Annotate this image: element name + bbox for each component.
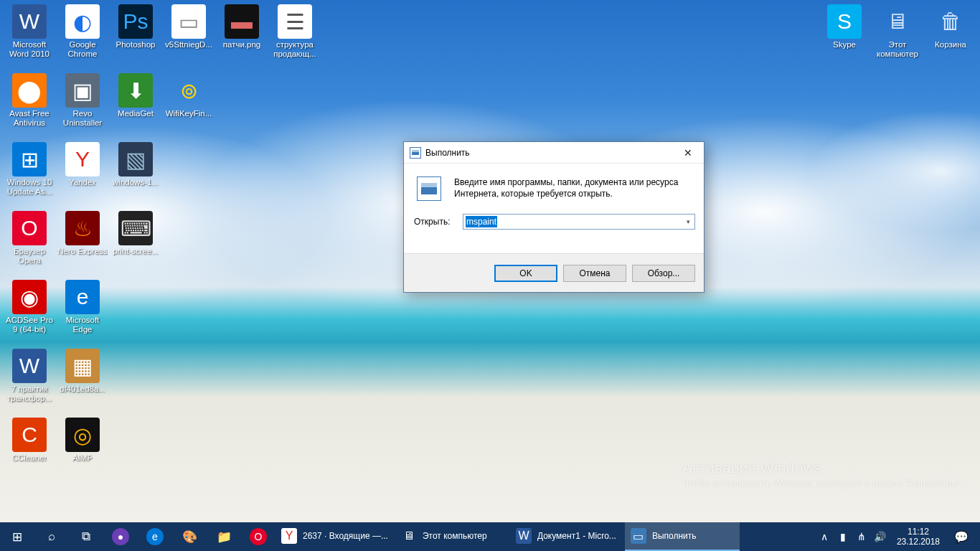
taskbar-paint-button[interactable]: 🎨 xyxy=(172,522,207,551)
opera-icon: O xyxy=(12,211,47,245)
taskbar-task-word-doc[interactable]: WДокумент1 - Micro... xyxy=(510,522,625,551)
open-dropdown-button[interactable]: ▾ xyxy=(682,215,694,229)
wifi-icon[interactable]: ⋔ xyxy=(852,522,871,551)
browse-button[interactable]: Обзор... xyxy=(632,265,695,282)
chevron-down-icon: ▾ xyxy=(687,218,690,225)
open-input[interactable] xyxy=(463,214,695,230)
doc7praktik-icon: W xyxy=(12,349,47,383)
desktop-icon-mediaget[interactable]: ⬇MediaGet xyxy=(109,72,162,141)
desktop-icon-label: Google Chrome xyxy=(57,40,108,59)
open-label: Открыть: xyxy=(413,217,463,227)
desktop-icon-label: ACDSee Pro 9 (64-bit) xyxy=(4,316,55,334)
printscreen-icon: ⌨ xyxy=(118,211,153,245)
desktop-icon-label: Microsoft Word 2010 xyxy=(4,40,55,59)
run-title: Выполнить xyxy=(425,148,470,158)
desktop-icon-yandex[interactable]: YYandex xyxy=(56,141,109,209)
desktop-icon-acdsee[interactable]: ◉ACDSee Pro 9 (64-bit) xyxy=(3,278,56,347)
search-icon: ⌕ xyxy=(48,529,55,544)
yandex-icon: Y xyxy=(65,142,100,176)
yandex-mail-icon: Y xyxy=(281,528,297,544)
taskbar-explorer-button[interactable]: 📁 xyxy=(207,522,241,551)
taskbar-taskview-button[interactable]: ⧉ xyxy=(69,522,103,551)
desktop-icon-doc7praktik[interactable]: W7 практик трансфор... xyxy=(3,347,56,416)
desktop-icon-recycle[interactable]: 🗑Корзина xyxy=(924,3,977,72)
recycle-icon: 🗑 xyxy=(933,4,968,39)
taskbar-task-thispc-window[interactable]: 🖥Этот компьютер xyxy=(395,522,510,551)
patchi-icon: ▬ xyxy=(225,4,259,39)
action-center-button[interactable]: 💬 xyxy=(947,530,976,544)
desktop-icon-wifikey[interactable]: ⊚WifiKeyFin... xyxy=(162,72,215,141)
nero-icon: ♨ xyxy=(65,211,100,245)
taskbar-task-run-window[interactable]: ▭Выполнить xyxy=(625,522,740,551)
revo-icon: ▣ xyxy=(65,73,100,108)
desktop-icon-struktura[interactable]: ☰структура продающ... xyxy=(268,3,321,72)
taskbar-cortana-button[interactable]: ● xyxy=(103,522,138,551)
desktop-icon-windows1img[interactable]: ▧windows-1... xyxy=(109,141,162,209)
desktop-icon-label: print-scree... xyxy=(113,247,159,256)
run-window-icon: ▭ xyxy=(631,528,646,544)
edge-icon: e xyxy=(146,528,164,545)
desktop-icon-opera[interactable]: OБраузер Opera xyxy=(3,209,56,278)
desktop-icon-chrome[interactable]: ◐Google Chrome xyxy=(56,3,109,72)
taskbar-start-button[interactable]: ⊞ xyxy=(0,522,34,551)
desktop-icon-photoshop[interactable]: PsPhotoshop xyxy=(109,3,162,72)
notification-icon: 💬 xyxy=(954,530,969,544)
desktop-icon-v5stt[interactable]: ▭v5SttniegD... xyxy=(162,3,215,72)
taskbar-task-label: Этот компьютер xyxy=(423,531,503,541)
desktop-icon-avast[interactable]: ⬤Avast Free Antivirus xyxy=(3,72,56,141)
tray-chevron-up-icon[interactable]: ∧ xyxy=(815,522,834,551)
desktop-icon-label: df401ed8a... xyxy=(60,385,105,394)
desktop-icon-ccleaner[interactable]: CCCleaner xyxy=(3,416,56,485)
run-program-icon xyxy=(417,176,441,201)
edge-icon: e xyxy=(65,280,100,314)
taskbar-search-button[interactable]: ⌕ xyxy=(34,522,69,551)
desktop-icon-edge[interactable]: eMicrosoft Edge xyxy=(56,278,109,347)
taskbar-task-label: 2637 · Входящие —... xyxy=(303,531,388,541)
close-button[interactable]: ✕ xyxy=(672,142,704,163)
taskbar-task-yandex-mail[interactable]: Y2637 · Входящие —... xyxy=(275,522,395,551)
battery-icon[interactable]: ▮ xyxy=(834,522,852,551)
desktop: WMicrosoft Word 2010⬤Avast Free Antiviru… xyxy=(0,0,980,522)
windows1img-icon: ▧ xyxy=(118,142,153,176)
desktop-icon-win10update[interactable]: ⊞Windows 10 Update As... xyxy=(3,141,56,209)
start-icon: ⊞ xyxy=(12,529,22,545)
volume-icon[interactable]: 🔊 xyxy=(871,522,890,551)
taskbar-task-label: Выполнить xyxy=(652,531,732,541)
taskbar-edge-button[interactable]: e xyxy=(138,522,172,551)
desktop-icon-label: Yandex xyxy=(69,178,96,187)
desktop-icon-label: 7 практик трансфор... xyxy=(4,385,55,403)
mediaget-icon: ⬇ xyxy=(118,73,153,108)
cancel-button[interactable]: Отмена xyxy=(563,265,626,282)
desktop-icon-label: CCleaner xyxy=(12,453,47,463)
desktop-icon-revo[interactable]: ▣Revo Uninstaller xyxy=(56,72,109,141)
clock-date: 23.12.2018 xyxy=(897,537,940,547)
desktop-icon-nero[interactable]: ♨Nero Express xyxy=(56,209,109,278)
chrome-icon: ◐ xyxy=(65,4,100,39)
ok-button[interactable]: OK xyxy=(494,265,557,282)
desktop-icon-label: Photoshop xyxy=(116,40,156,50)
desktop-icon-label: WifiKeyFin... xyxy=(166,109,212,118)
clock[interactable]: 11:12 23.12.2018 xyxy=(890,527,947,547)
desktop-icon-df401[interactable]: ▦df401ed8a... xyxy=(56,347,109,416)
cortana-icon: ● xyxy=(112,528,129,545)
opera-icon: O xyxy=(250,528,267,545)
ccleaner-icon: C xyxy=(12,418,47,452)
desktop-icon-label: Windows 10 Update As... xyxy=(4,178,55,197)
explorer-icon: 📁 xyxy=(217,529,232,545)
desktop-icon-printscreen[interactable]: ⌨print-scree... xyxy=(109,209,162,278)
run-titlebar[interactable]: Выполнить ✕ xyxy=(404,142,704,164)
photoshop-icon: Ps xyxy=(118,4,153,39)
desktop-icon-patchi[interactable]: ▬патчи.png xyxy=(215,3,268,72)
desktop-icon-aimp[interactable]: ◎AIMP xyxy=(56,416,109,485)
desktop-icon-label: Avast Free Antivirus xyxy=(4,109,55,128)
desktop-icon-word[interactable]: WMicrosoft Word 2010 xyxy=(3,3,56,72)
thispc-window-icon: 🖥 xyxy=(401,528,417,544)
system-tray: ∧ ▮ ⋔ 🔊 11:12 23.12.2018 💬 xyxy=(815,522,980,551)
run-dialog: Выполнить ✕ Введите имя программы, папки… xyxy=(403,141,705,293)
taskbar-opera-button[interactable]: O xyxy=(241,522,275,551)
desktop-icon-label: Браузер Opera xyxy=(4,247,55,265)
activation-title: Активация Windows xyxy=(682,459,964,476)
run-message: Введите имя программы, папки, документа … xyxy=(454,176,695,199)
desktop-icon-skype[interactable]: SSkype xyxy=(818,3,871,72)
desktop-icon-thispc[interactable]: 🖥Этот компьютер xyxy=(871,3,924,72)
